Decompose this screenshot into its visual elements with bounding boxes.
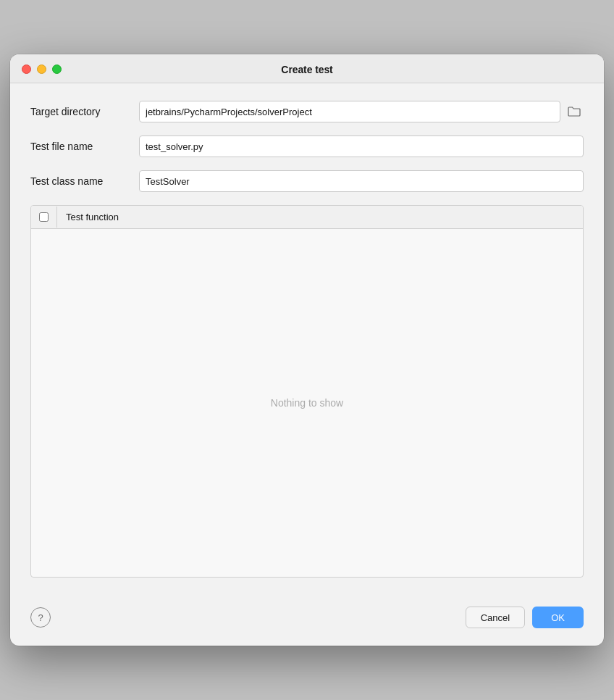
ok-button[interactable]: OK — [532, 607, 584, 628]
test-class-name-label: Test class name — [30, 175, 139, 187]
table-select-all-checkbox[interactable] — [39, 212, 49, 222]
table-checkbox-col — [31, 207, 57, 228]
target-directory-input[interactable] — [139, 101, 560, 122]
test-file-name-input[interactable] — [139, 136, 584, 157]
dialog-footer: ? Cancel OK — [10, 607, 604, 646]
test-file-name-label: Test file name — [30, 141, 139, 152]
title-bar: Create test — [10, 54, 604, 83]
folder-icon — [568, 106, 581, 117]
close-button[interactable] — [22, 64, 31, 74]
target-directory-label: Target directory — [30, 106, 139, 117]
test-file-name-input-wrap — [139, 136, 584, 157]
help-label: ? — [38, 612, 43, 623]
cancel-label: Cancel — [481, 612, 510, 623]
test-class-name-input[interactable] — [139, 170, 584, 192]
browse-folder-button[interactable] — [565, 102, 584, 121]
ok-label: OK — [551, 612, 565, 623]
cancel-button[interactable]: Cancel — [466, 607, 525, 628]
table-body: Nothing to show — [31, 229, 583, 577]
test-class-name-row: Test class name — [30, 170, 584, 192]
empty-message: Nothing to show — [271, 397, 343, 409]
dialog-title: Create test — [281, 64, 332, 75]
window-controls — [22, 64, 62, 74]
test-class-name-input-wrap — [139, 170, 584, 192]
target-directory-input-wrap — [139, 101, 584, 122]
minimize-button[interactable] — [37, 64, 46, 74]
test-function-table: Test function Nothing to show — [30, 205, 584, 578]
create-test-dialog: Create test Target directory Test file n… — [10, 54, 604, 646]
target-directory-row: Target directory — [30, 101, 584, 122]
dialog-body: Target directory Test file name Test cla… — [10, 83, 604, 607]
maximize-button[interactable] — [52, 64, 62, 74]
help-button[interactable]: ? — [30, 607, 51, 628]
table-header: Test function — [31, 206, 583, 229]
test-file-name-row: Test file name — [30, 136, 584, 157]
footer-actions: Cancel OK — [466, 607, 584, 628]
table-function-header: Test function — [57, 206, 127, 228]
